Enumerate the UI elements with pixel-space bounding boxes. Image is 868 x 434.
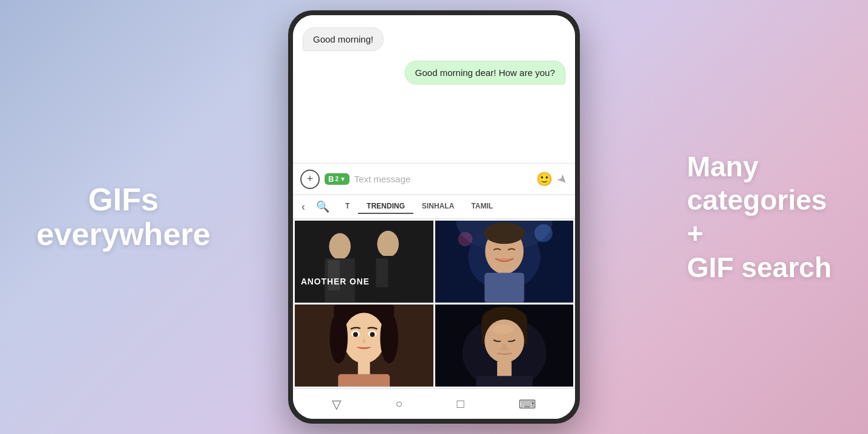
svg-point-15 [458, 232, 472, 247]
svg-point-12 [484, 222, 525, 244]
left-heading-line1: GIFs [36, 182, 210, 217]
left-heading-line2: everywhere [36, 217, 210, 252]
svg-rect-37 [476, 376, 532, 387]
svg-text:ANOTHER ONE: ANOTHER ONE [301, 277, 370, 286]
keyboard-indicator[interactable]: B2 ▼ [325, 173, 350, 185]
tab-sinhala[interactable]: SINHALA [413, 199, 463, 214]
nav-bar: ▽ ○ □ ⌨ [293, 388, 575, 419]
svg-point-20 [343, 313, 385, 363]
dropdown-arrow: ▼ [340, 176, 346, 182]
gif-toolbar: ‹ 🔍 T TRENDING SINHALA TAMIL [293, 195, 575, 219]
chat-area: Good morning! Good morning dear! How are… [293, 15, 575, 163]
phone-mockup: Good morning! Good morning dear! How are… [288, 10, 580, 424]
svg-point-35 [491, 324, 513, 334]
tab-T[interactable]: T [337, 199, 358, 214]
right-heading-line4: GIF search [687, 250, 832, 284]
add-button[interactable]: + [300, 170, 320, 189]
svg-point-22 [380, 313, 398, 363]
send-button[interactable]: ➤ [554, 170, 571, 188]
tab-trending[interactable]: TRENDING [358, 199, 413, 214]
svg-point-1 [329, 233, 351, 260]
message-sent-1: Good morning dear! How are you? [405, 61, 565, 84]
message-text: Good morning! [313, 34, 373, 44]
nav-home-icon[interactable]: ○ [395, 397, 402, 411]
message-received-1: Good morning! [303, 27, 384, 51]
input-placeholder: Text message [354, 174, 411, 184]
back-button[interactable]: ‹ [298, 199, 309, 215]
svg-point-4 [377, 231, 399, 258]
nav-back-icon[interactable]: ▽ [332, 397, 341, 412]
emoji-button[interactable]: 🙂 [536, 171, 553, 187]
search-icon: 🔍 [316, 201, 329, 213]
keyboard-subscript: 2 [335, 176, 339, 182]
background: GIFs everywhere Good morning! Good morni… [0, 0, 868, 434]
gif-item-2[interactable] [435, 221, 574, 303]
message-text: Good morning dear! How are you? [415, 67, 555, 78]
message-input[interactable]: Text message [354, 174, 531, 184]
right-heading-line1: Many [687, 150, 832, 184]
svg-point-27 [362, 339, 366, 343]
svg-rect-6 [376, 258, 388, 287]
right-heading-line2: categories [687, 184, 832, 217]
svg-point-14 [534, 224, 553, 243]
svg-point-26 [370, 332, 375, 337]
gif-grid: ANOTHER ONE [293, 219, 575, 388]
gif-item-1[interactable]: ANOTHER ONE [295, 221, 433, 303]
phone-screen: Good morning! Good morning dear! How are… [293, 15, 575, 419]
gif-item-3[interactable] [295, 305, 433, 387]
right-heading: Many categories + GIF search [687, 150, 832, 284]
left-heading: GIFs everywhere [36, 182, 210, 252]
svg-rect-0 [295, 221, 433, 303]
back-icon: ‹ [301, 201, 305, 213]
search-button[interactable]: 🔍 [312, 199, 333, 215]
input-bar: + B2 ▼ Text message 🙂 ➤ [293, 163, 575, 195]
svg-rect-29 [338, 374, 390, 387]
tab-tamil[interactable]: TAMIL [463, 199, 501, 214]
right-heading-line3: + [687, 217, 832, 250]
gif-keyboard: ‹ 🔍 T TRENDING SINHALA TAMIL [293, 195, 575, 388]
svg-rect-13 [484, 273, 524, 303]
keyboard-label: B [328, 174, 334, 184]
svg-point-21 [329, 313, 348, 363]
gif-item-4[interactable] [435, 305, 574, 387]
svg-point-25 [353, 332, 358, 337]
category-tabs: T TRENDING SINHALA TAMIL [337, 199, 501, 214]
nav-keyboard-icon[interactable]: ⌨ [518, 397, 536, 412]
nav-recents-icon[interactable]: □ [456, 397, 464, 411]
add-icon: + [307, 173, 314, 185]
